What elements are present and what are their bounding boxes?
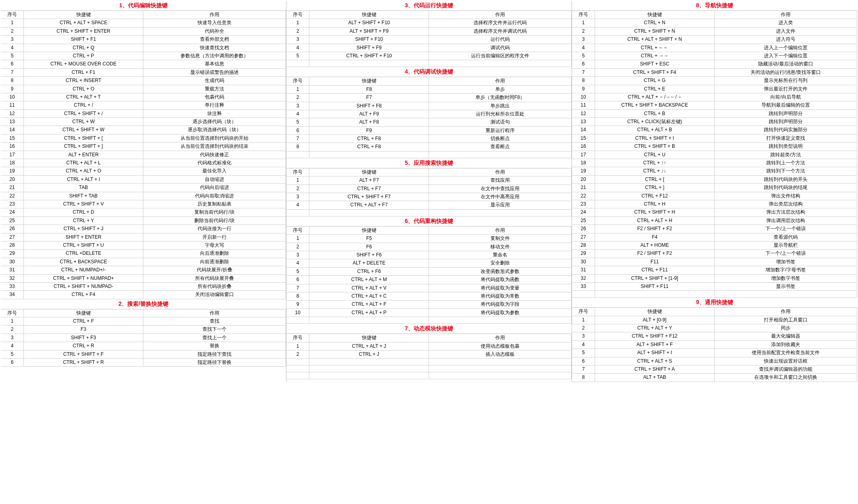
table-row: 23CTRL + SHIFT + V历史复制粘贴表 <box>1 200 286 208</box>
cell-act: 所有代码块折叠 <box>143 282 286 290</box>
cell-key: CTRL + SHIFT + [ <box>23 134 143 142</box>
table-row: 1F8单步 <box>286 85 572 93</box>
table-row: 7CTRL + F1显示错误或警告的描述 <box>1 68 286 76</box>
cell-idx: 3 <box>286 102 309 110</box>
cell-act: 向后逐渐删除 <box>143 250 286 258</box>
table-row: 12CTRL + SHIFT + /块注释 <box>1 109 286 118</box>
table-row: 2CTRL + ALT + Y同步 <box>572 324 857 332</box>
cell-key: F4 <box>595 233 714 241</box>
cell-idx: 3 <box>286 193 309 201</box>
table-row: 24CTRL + SHIFT + H弹出方法层次结构 <box>572 208 857 216</box>
cell-key: CTRL + ALT + L <box>23 159 143 167</box>
cell-key: CTRL + SHIFT + H <box>595 208 714 216</box>
table-row: 19CTRL + ALT + O最佳化导入 <box>1 167 286 175</box>
cell-key: CTRL + ↑↑ <box>595 159 714 167</box>
cell-idx: 11 <box>1 101 23 109</box>
cell-act: 进入下一个编辑位置 <box>715 52 857 60</box>
cell-act: 增加书签 <box>715 258 857 266</box>
cell-idx: 7 <box>286 284 309 292</box>
header-act: 作用 <box>143 11 286 19</box>
cell-key: CTRL +DELETE <box>23 250 143 258</box>
cell-key: CTRL + ALT + SHIFT + N <box>595 36 714 44</box>
cell-idx: 32 <box>572 274 595 282</box>
cell-idx: 25 <box>1 216 23 225</box>
cell-act: 打开相应的工具窗口 <box>715 316 857 324</box>
cell-idx: 6 <box>572 357 595 365</box>
table-row: 5CTRL + SHIFT + F10运行当前编辑区的程序文件 <box>286 52 572 60</box>
cell-act: 弹出最近打开的文件 <box>715 85 857 93</box>
section-title: 3、代码运行快捷键 <box>286 1 572 11</box>
table-row: 20CTRL + [跳转到代码块的开头 <box>572 175 857 183</box>
cell-key: ALT + SHIFT + I <box>595 349 714 357</box>
cell-idx: 3 <box>286 251 309 259</box>
header-idx: 序号 <box>1 309 23 317</box>
header-idx: 序号 <box>572 11 595 19</box>
cell-act: 在文件中查找应用 <box>429 185 572 193</box>
cell-act: 将代码提取为函数 <box>429 276 572 284</box>
spacer-row <box>286 151 572 158</box>
cell-key: ALT + F9 <box>309 110 429 118</box>
cell-idx: 4 <box>572 340 595 349</box>
cell-act: 包裹代码 <box>143 93 286 101</box>
cell-act: 跳转到上一个方法 <box>715 159 857 167</box>
cell-key: CTRL + SHIFT + ENTER <box>23 27 143 35</box>
cell-idx: 3 <box>1 36 23 44</box>
cell-idx: 6 <box>1 359 23 367</box>
cell-idx: 4 <box>1 342 23 350</box>
cell-key: F6 <box>309 243 429 251</box>
cell-idx: 30 <box>572 258 595 266</box>
cell-key: CTRL + SHIFT + F12 <box>595 332 714 340</box>
shortcut-table: 序号快捷键作用1F8单步2F7单步（无函数时同F8）3SHIFT + F8单步跳… <box>286 77 572 158</box>
cell-act: 显示书签 <box>715 282 857 290</box>
table-row: 33CTRL + SHIFT + NUMPAD-所有代码块折叠 <box>1 282 286 290</box>
cell-key: CTRL + ALT + SPACE <box>23 19 143 27</box>
cell-key: F5 <box>309 235 429 243</box>
cell-act: 运行当前编辑区的程序文件 <box>429 52 572 60</box>
cell-key: CTRL + SHIFT + F7 <box>309 193 429 201</box>
table-row: 23CTRL + H弹出类层次结构 <box>572 200 857 208</box>
cell-key: CTRL + F8 <box>309 143 429 151</box>
table-row: 7CTRL + ALT + V将代码提取为变量 <box>286 284 572 292</box>
cell-key: F7 <box>309 94 429 102</box>
cell-idx: 14 <box>572 126 595 134</box>
table-row: 1CTRL + F查找 <box>1 317 286 326</box>
table-row: 4SHIFT + F9调试代码 <box>286 44 572 52</box>
table-row: 1CTRL + ALT + SPACE快速导入任意类 <box>1 19 286 27</box>
cell-key: F3 <box>23 326 143 334</box>
header-act: 作用 <box>429 227 572 235</box>
table-row: 28CTRL + SHIFT + U字母大写 <box>1 241 286 249</box>
table-row: 5CTRL + SHIFT + F指定路径下查找 <box>1 350 286 358</box>
cell-idx: 2 <box>572 324 595 332</box>
cell-act: 跳转超类/方法 <box>715 151 857 159</box>
cell-act: 查看源代码 <box>715 233 857 241</box>
header-idx: 序号 <box>572 308 595 316</box>
cell-key: CTRL + SHIFT + A <box>595 365 714 374</box>
table-row: 1CTRL + N进入类 <box>572 19 857 27</box>
cell-act: 复制文件 <box>429 235 572 243</box>
cell-act: 基本信息 <box>143 60 286 68</box>
table-row: 14CTRL + SHIFT + W逐步取消选择代码（块） <box>1 126 286 134</box>
cell-act: 删除当前代码行/块 <box>143 216 286 225</box>
cell-idx: 18 <box>1 159 23 167</box>
cell-key: CTRL + ALT + ←/→←/→ <box>595 93 714 101</box>
cell-act: 从当前位置选择到代码块的开始 <box>143 134 286 142</box>
header-act: 作用 <box>429 168 572 176</box>
shortcut-table: 序号快捷键作用1ALT + SHIFT + F10选择程序文件并运行代码2ALT… <box>286 11 572 67</box>
cell-act: 代码向前取消缩进 <box>143 192 286 200</box>
table-row: 17CTRL + U跳转超类/方法 <box>572 151 857 159</box>
table-row: 8CTRL + F8查看断点 <box>286 143 572 151</box>
header-idx: 序号 <box>286 77 309 85</box>
cell-idx: 28 <box>1 241 23 249</box>
cell-act: 使用动态模板包裹 <box>429 342 572 350</box>
cell-act: 显示错误或警告的描述 <box>143 68 286 76</box>
cell-key: CTRL + U <box>595 151 714 159</box>
cell-act: 代码向后缩进 <box>143 184 286 192</box>
table-row: 19CTRL + ↓↓跳转到下一个方法 <box>572 167 857 175</box>
cell-idx: 2 <box>572 27 595 35</box>
cell-key: ALT + TAB <box>595 374 714 382</box>
section-title: 2、搜索/替换快捷键 <box>1 299 286 309</box>
table-row: 6CTRL + SHIFT + R指定路径下替换 <box>1 359 286 367</box>
cell-key: CTRL + ALT + I <box>23 175 143 183</box>
cell-key: CTRL + P <box>23 52 143 60</box>
cell-key: CTRL + SHIFT + I <box>595 134 714 142</box>
